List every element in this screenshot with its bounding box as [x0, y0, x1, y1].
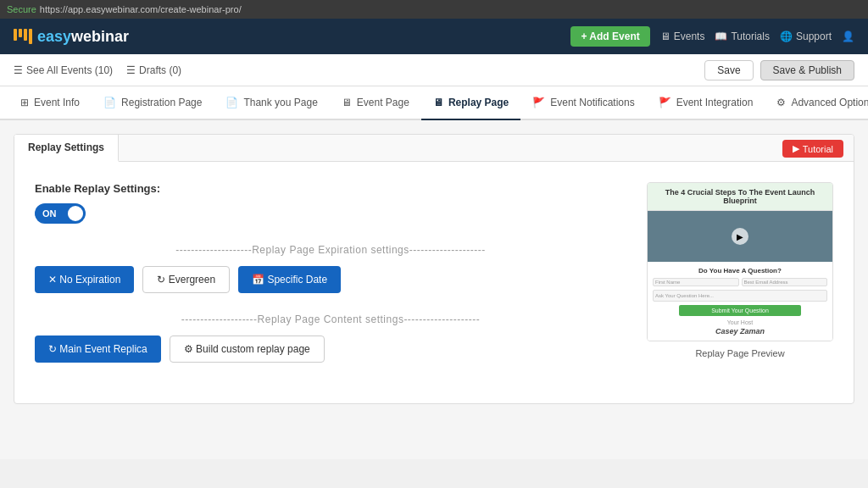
- build-custom-replay-button[interactable]: ⚙ Build custom replay page: [170, 336, 325, 363]
- preview-email: Best Email Address: [742, 278, 828, 286]
- globe-icon: 🌐: [780, 30, 793, 42]
- preview-host-name: Casey Zaman: [653, 327, 827, 336]
- list-icon: ☰: [14, 64, 23, 76]
- main-content: Replay Settings ▶ Tutorial Enable Replay…: [0, 120, 868, 459]
- tab-event-info-label: Event Info: [34, 97, 80, 108]
- top-nav: easywebinar + Add Event 🖥 Events 📖 Tutor…: [0, 19, 868, 54]
- flag1-icon: 🚩: [532, 97, 545, 108]
- evergreen-button[interactable]: ↻ Evergreen: [142, 266, 230, 293]
- doc-icon: 📄: [103, 97, 116, 108]
- tab-thank-you-page-label: Thank you Page: [243, 97, 317, 108]
- preview-top-title: The 4 Crucial Steps To The Event Launch …: [648, 183, 832, 211]
- content-button-group: ↻ Main Event Replica ⚙ Build custom repl…: [35, 336, 626, 363]
- no-expiration-button[interactable]: ✕ No Expiration: [35, 266, 134, 293]
- save-publish-button[interactable]: Save & Publish: [760, 60, 854, 80]
- main-event-replica-button[interactable]: ↻ Main Event Replica: [35, 336, 161, 363]
- content-divider: --------------------Replay Page Content …: [35, 313, 626, 325]
- doc2-icon: 📄: [225, 97, 238, 108]
- drafts-icon: ☰: [126, 64, 136, 76]
- replay-settings-card: Replay Settings ▶ Tutorial Enable Replay…: [14, 134, 854, 404]
- tab-event-notifications-label: Event Notifications: [550, 97, 634, 108]
- enable-toggle[interactable]: ON: [35, 203, 86, 224]
- tutorials-nav-link[interactable]: 📖 Tutorials: [715, 30, 770, 42]
- replay-settings-tab[interactable]: Replay Settings: [14, 135, 119, 162]
- tab-event-info[interactable]: ⊞ Event Info: [8, 86, 92, 120]
- logo-text: easywebinar: [37, 28, 129, 46]
- sub-header-left: ☰ See All Events (10) ☰ Drafts (0): [14, 64, 181, 76]
- tutorial-button[interactable]: ▶ Tutorial: [782, 140, 843, 158]
- tab-event-integration-label: Event Integration: [676, 97, 754, 108]
- preview-host-label: Your Host: [653, 319, 827, 325]
- logo-webinar: webinar: [71, 28, 129, 45]
- preview-section: The 4 Crucial Steps To The Event Launch …: [647, 182, 833, 383]
- save-button[interactable]: Save: [704, 60, 753, 80]
- user-nav-link[interactable]: 👤: [842, 30, 854, 42]
- nav-right: + Add Event 🖥 Events 📖 Tutorials 🌐 Suppo…: [570, 26, 854, 47]
- sub-header: ☰ See All Events (10) ☰ Drafts (0) Save …: [0, 54, 868, 86]
- tutorial-label: Tutorial: [803, 144, 833, 154]
- see-all-events-label: See All Events (10): [26, 64, 113, 76]
- expiration-button-group: ✕ No Expiration ↻ Evergreen 📅 Specific D…: [35, 266, 626, 293]
- card-tabs: Replay Settings ▶ Tutorial: [14, 135, 854, 162]
- flag2-icon: 🚩: [659, 97, 671, 108]
- preview-fields: First Name Best Email Address: [653, 278, 827, 286]
- monitor-icon: 🖥: [660, 30, 670, 42]
- expiration-divider: --------------------Replay Page Expirati…: [35, 244, 626, 256]
- logo-bar-2: [19, 29, 22, 37]
- logo-bar-4: [29, 29, 32, 44]
- preview-submit: Submit Your Question: [679, 305, 801, 316]
- book-icon: 📖: [715, 30, 727, 42]
- play-icon: ▶: [793, 143, 799, 154]
- preview-body: Do You Have A Question? First Name Best …: [648, 262, 832, 341]
- events-nav-link[interactable]: 🖥 Events: [660, 30, 705, 42]
- logo-bar-1: [14, 29, 17, 41]
- tab-registration-page-label: Registration Page: [121, 97, 202, 108]
- drafts-link[interactable]: ☰ Drafts (0): [126, 64, 181, 76]
- tab-nav: ⊞ Event Info 📄 Registration Page 📄 Thank…: [0, 86, 868, 120]
- tab-replay-page-label: Replay Page: [448, 97, 509, 108]
- preview-section-label: Replay Page Preview: [647, 348, 833, 358]
- monitor1-icon: 🖥: [342, 97, 352, 108]
- tab-replay-page[interactable]: 🖥 Replay Page: [421, 86, 520, 120]
- specific-date-button[interactable]: 📅 Specific Date: [238, 266, 341, 293]
- support-label: Support: [796, 30, 832, 42]
- tab-event-integration[interactable]: 🚩 Event Integration: [647, 86, 765, 120]
- preview-question: Do You Have A Question?: [653, 267, 827, 274]
- logo-icon: [14, 29, 32, 44]
- gear-icon: ⚙: [776, 97, 786, 108]
- tab-advanced-options[interactable]: ⚙ Advanced Options: [765, 86, 868, 120]
- tab-event-notifications[interactable]: 🚩 Event Notifications: [520, 86, 646, 120]
- url-bar: https://app.easywebinar.com/create-webin…: [40, 4, 242, 14]
- settings-section: Enable Replay Settings: ON -------------…: [35, 182, 626, 383]
- tab-event-page[interactable]: 🖥 Event Page: [330, 86, 421, 120]
- preview-first-name: First Name: [653, 278, 739, 286]
- tab-thank-you-page[interactable]: 📄 Thank you Page: [214, 86, 329, 120]
- monitor2-icon: 🖥: [433, 97, 443, 108]
- tutorials-label: Tutorials: [731, 30, 770, 42]
- tab-event-page-label: Event Page: [357, 97, 409, 108]
- see-all-events-link[interactable]: ☰ See All Events (10): [14, 64, 113, 76]
- card-body: Enable Replay Settings: ON -------------…: [14, 162, 854, 403]
- preview-textarea: Ask Your Question Here...: [653, 290, 827, 302]
- preview-video: ▶: [648, 211, 832, 262]
- play-button-icon: ▶: [732, 228, 748, 245]
- toggle-circle: [68, 206, 83, 221]
- add-event-button[interactable]: + Add Event: [570, 26, 649, 47]
- sub-header-right: Save Save & Publish: [704, 60, 854, 80]
- logo-easy: easy: [37, 28, 71, 45]
- user-icon: 👤: [842, 30, 854, 42]
- logo-bar-3: [24, 29, 27, 41]
- events-label: Events: [674, 30, 705, 42]
- secure-indicator: Secure: [7, 4, 36, 14]
- toggle-on-label: ON: [37, 207, 62, 220]
- grid-icon: ⊞: [20, 97, 29, 108]
- preview-card: The 4 Crucial Steps To The Event Launch …: [647, 182, 833, 341]
- browser-bar: Secure https://app.easywebinar.com/creat…: [0, 0, 868, 19]
- support-nav-link[interactable]: 🌐 Support: [780, 30, 832, 42]
- tab-registration-page[interactable]: 📄 Registration Page: [92, 86, 214, 120]
- toggle-container: ON: [35, 203, 626, 224]
- tab-advanced-options-label: Advanced Options: [791, 97, 868, 108]
- logo: easywebinar: [14, 28, 129, 46]
- drafts-label: Drafts (0): [139, 64, 181, 76]
- enable-label: Enable Replay Settings:: [35, 182, 626, 195]
